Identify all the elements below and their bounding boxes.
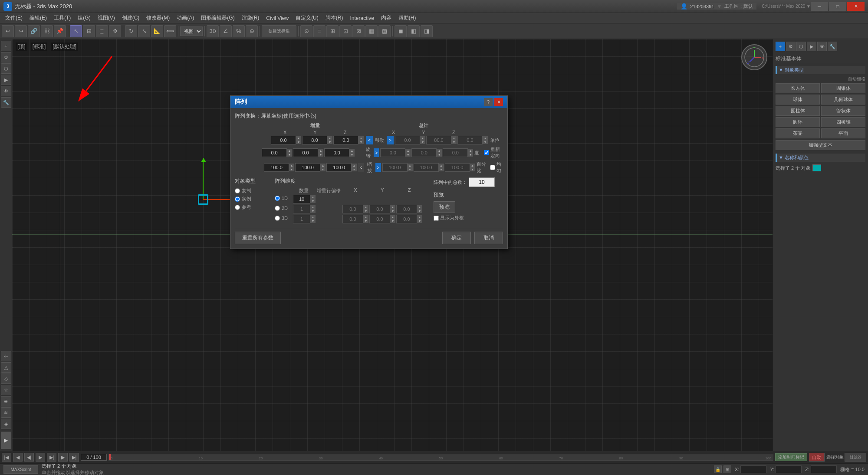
menu-animation[interactable]: 动画(A) [173, 13, 197, 23]
scale-inc-x-up[interactable]: ▲ [289, 164, 294, 167]
move-inc-z[interactable] [333, 136, 358, 144]
3d-count[interactable] [293, 215, 310, 223]
move-tot-y-up[interactable]: ▲ [451, 136, 457, 140]
scale-tot-y-up[interactable]: ▲ [439, 164, 444, 167]
tl-play-fwd[interactable]: ▶| [47, 453, 56, 462]
object-type-header[interactable]: ▼ 对象类型 [776, 66, 865, 74]
3d-x-down[interactable]: ▼ [363, 219, 368, 223]
rot-tot-y-up[interactable]: ▲ [437, 149, 442, 153]
menu-render[interactable]: 渲染(R) [238, 13, 263, 23]
unlink-button[interactable]: ⛓ [41, 25, 53, 37]
lt-bottom6[interactable]: ≋ [1, 407, 11, 418]
3d-z-up[interactable]: ▲ [417, 215, 422, 219]
tb-extra1[interactable]: ⊙ [300, 25, 312, 37]
dialog-help-button[interactable]: ? [484, 98, 493, 106]
scale-button[interactable]: ⤡ [138, 25, 150, 37]
lt-bottom7[interactable]: ◈ [1, 419, 11, 429]
tb-extra5[interactable]: ⊠ [352, 25, 365, 37]
move-tot-z-up[interactable]: ▲ [483, 136, 488, 140]
move-inc-y-up[interactable]: ▲ [327, 136, 332, 140]
copy-radio-label[interactable]: 复制 [235, 187, 270, 194]
utility-panel-icon[interactable]: 🔧 [828, 42, 837, 51]
snap-button[interactable]: 📐 [151, 25, 163, 37]
2d-count[interactable] [293, 205, 310, 213]
total-count-input[interactable] [469, 177, 495, 187]
3d-count-down[interactable]: ▼ [310, 219, 316, 223]
menu-tools[interactable]: 工具(T) [50, 13, 74, 23]
2d-z[interactable] [396, 205, 417, 213]
lt-create[interactable]: + [1, 41, 11, 51]
show-outline-checkbox[interactable] [434, 216, 439, 221]
select-lasso-button[interactable]: ⬚ [96, 25, 108, 37]
ok-button[interactable]: 确定 [442, 232, 471, 244]
close-button[interactable]: ✕ [847, 2, 865, 11]
scale-tot-x[interactable] [382, 163, 408, 172]
2d-x[interactable] [342, 205, 363, 213]
hierarchy-panel-icon[interactable]: ⬡ [796, 42, 806, 51]
minimize-button[interactable]: ─ [811, 2, 828, 11]
motion-panel-icon[interactable]: ▶ [807, 42, 816, 51]
scale-inc-x[interactable] [264, 163, 289, 172]
2d-y-up[interactable]: ▲ [390, 205, 395, 209]
scale-inc-z-down[interactable]: ▼ [352, 167, 357, 171]
reference-radio[interactable] [235, 205, 240, 210]
rot-tot-z-up[interactable]: ▲ [468, 149, 473, 153]
3d-x[interactable] [342, 215, 363, 223]
rot-inc-x-up[interactable]: ▲ [287, 149, 292, 153]
2d-z-down[interactable]: ▼ [417, 209, 422, 213]
menu-help[interactable]: 帮助(H) [395, 13, 420, 23]
3d-z-down[interactable]: ▼ [417, 219, 422, 223]
create-panel-icon[interactable]: + [776, 42, 785, 51]
2d-y-down[interactable]: ▼ [390, 209, 395, 213]
rot-tot-x-down[interactable]: ▼ [405, 153, 411, 157]
mirror-button[interactable]: ⟺ [164, 25, 176, 37]
move-inc-y-down[interactable]: ▼ [327, 140, 332, 144]
cancel-button[interactable]: 取消 [474, 232, 503, 244]
move-tot-y-down[interactable]: ▼ [451, 140, 457, 144]
x-coord-input[interactable] [740, 465, 766, 473]
tb-render2[interactable]: ◧ [408, 25, 420, 37]
rot-tot-y-down[interactable]: ▼ [437, 153, 442, 157]
obj-exttext[interactable]: 加强型文本 [776, 140, 865, 150]
y-coord-input[interactable] [776, 465, 802, 473]
menu-interactive[interactable]: Interactive [346, 14, 377, 22]
obj-cone[interactable]: 圆锥体 [821, 83, 865, 93]
menu-civilview[interactable]: Civil View [263, 14, 292, 22]
timeline-track[interactable]: 0 10 20 30 40 50 60 70 80 90 100 [108, 454, 773, 461]
3d-y-down[interactable]: ▼ [390, 219, 395, 223]
lt-modify[interactable]: ⚙ [1, 52, 11, 62]
redo-button[interactable]: ↪ [15, 25, 27, 37]
lt-bottom4[interactable]: ☆ [1, 385, 11, 395]
scale-tot-z-up[interactable]: ▲ [470, 164, 475, 167]
move-tot-x-up[interactable]: ▲ [420, 136, 425, 140]
1d-radio-label[interactable]: 1D [275, 196, 292, 201]
2d-count-up[interactable]: ▲ [310, 205, 316, 209]
move-arrow-left[interactable]: < [366, 136, 373, 144]
tb-extra6[interactable]: ▦ [365, 25, 378, 37]
select-region-button[interactable]: ⊞ [83, 25, 95, 37]
link-button[interactable]: 🔗 [28, 25, 40, 37]
move-inc-x-up[interactable]: ▲ [296, 136, 301, 140]
tl-prev-frame[interactable]: ◀ [13, 453, 23, 462]
menu-file[interactable]: 文件(E) [2, 13, 26, 23]
rot-inc-y[interactable] [293, 148, 318, 157]
obj-box[interactable]: 长方体 [776, 83, 820, 93]
1d-radio[interactable] [275, 196, 280, 201]
move-button[interactable]: ✥ [109, 25, 121, 37]
instance-radio[interactable] [235, 197, 240, 202]
reset-button[interactable]: 重置所有参数 [235, 232, 281, 244]
rot-tot-z-down[interactable]: ▼ [468, 153, 473, 157]
obj-pyramid[interactable]: 四棱锥 [821, 117, 865, 127]
scale-inc-y[interactable] [295, 163, 320, 172]
2d-x-down[interactable]: ▼ [363, 209, 368, 213]
si-grid[interactable]: ⊞ [723, 465, 731, 473]
dialog-close-button[interactable]: ✕ [494, 98, 503, 106]
tl-play[interactable]: ▶ [36, 453, 45, 462]
3d-x-up[interactable]: ▲ [363, 215, 368, 219]
obj-plane[interactable]: 平面 [821, 128, 865, 138]
scale-arrow-right[interactable]: > [375, 163, 381, 172]
2d-radio[interactable] [275, 206, 280, 211]
scale-tot-y[interactable] [414, 163, 439, 172]
1d-count-up[interactable]: ▲ [310, 195, 316, 199]
copy-radio[interactable] [235, 188, 240, 193]
